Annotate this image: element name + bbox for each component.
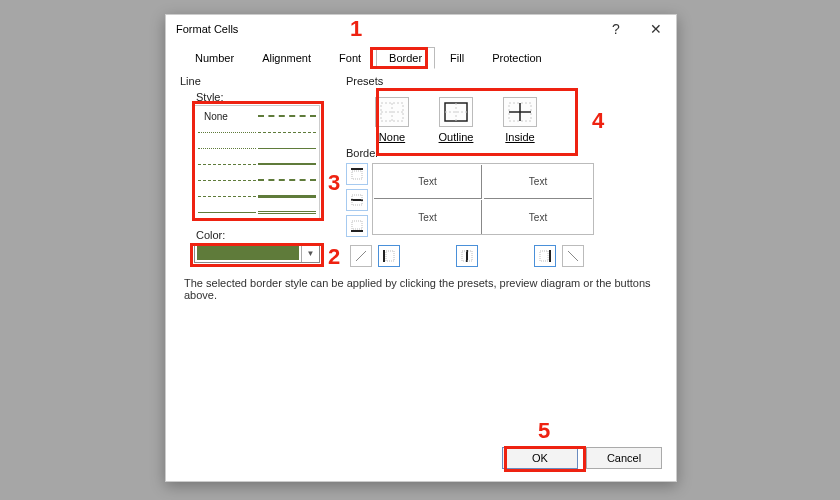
style-option[interactable]: [198, 157, 256, 171]
border-top-button[interactable]: [346, 163, 368, 185]
preview-cell: Text: [374, 200, 482, 234]
preset-outline-icon: [439, 97, 473, 127]
preset-none-label: None: [364, 131, 420, 143]
line-style-picker[interactable]: None: [194, 105, 320, 219]
preset-outline-label: Outline: [428, 131, 484, 143]
border-diag-down-button[interactable]: [562, 245, 584, 267]
tab-border[interactable]: Border: [376, 47, 435, 69]
preset-inside-label: Inside: [492, 131, 548, 143]
border-left-button[interactable]: [378, 245, 400, 267]
style-option[interactable]: [258, 157, 316, 171]
border-right-button[interactable]: [534, 245, 556, 267]
border-bottom-button[interactable]: [346, 215, 368, 237]
style-option[interactable]: [258, 125, 316, 139]
style-option[interactable]: [258, 109, 316, 123]
tab-strip: Number Alignment Font Border Fill Protec…: [166, 47, 676, 69]
format-cells-dialog: Format Cells ? ✕ Number Alignment Font B…: [165, 14, 677, 482]
help-icon[interactable]: ?: [596, 15, 636, 43]
style-option[interactable]: [198, 205, 256, 219]
style-option[interactable]: [258, 205, 316, 219]
style-option[interactable]: [258, 141, 316, 155]
dialog-title: Format Cells: [176, 23, 596, 35]
style-option[interactable]: [198, 125, 256, 139]
style-option[interactable]: [198, 141, 256, 155]
border-hmid-button[interactable]: [346, 189, 368, 211]
titlebar: Format Cells ? ✕: [166, 15, 676, 43]
close-icon[interactable]: ✕: [636, 15, 676, 43]
cancel-button[interactable]: Cancel: [586, 447, 662, 469]
preset-none-icon: [375, 97, 409, 127]
style-option[interactable]: [258, 173, 316, 187]
color-picker[interactable]: ▼: [194, 243, 320, 263]
svg-line-15: [356, 251, 366, 261]
style-label: Style:: [180, 91, 340, 103]
color-swatch: [197, 246, 299, 260]
chevron-down-icon[interactable]: ▼: [301, 244, 319, 262]
preset-outline[interactable]: Outline: [428, 97, 484, 143]
preset-inside-icon: [503, 97, 537, 127]
line-group-label: Line: [180, 75, 340, 87]
svg-rect-14: [352, 221, 362, 229]
svg-rect-10: [352, 171, 362, 179]
help-text: The selected border style can be applied…: [180, 277, 662, 301]
preview-cell: Text: [484, 200, 592, 234]
border-vmid-button[interactable]: [456, 245, 478, 267]
border-group-label: Border: [346, 147, 662, 159]
style-option[interactable]: [198, 189, 256, 203]
tab-font[interactable]: Font: [326, 47, 374, 69]
border-preview[interactable]: Text Text Text Text: [372, 163, 594, 235]
preview-cell: Text: [484, 165, 592, 199]
svg-rect-17: [386, 251, 394, 261]
svg-line-22: [568, 251, 578, 261]
presets-group-label: Presets: [346, 75, 662, 87]
preset-none[interactable]: None: [364, 97, 420, 143]
color-label: Color:: [180, 229, 340, 241]
preset-inside[interactable]: Inside: [492, 97, 548, 143]
svg-rect-21: [540, 251, 548, 261]
tab-alignment[interactable]: Alignment: [249, 47, 324, 69]
border-diag-up-button[interactable]: [350, 245, 372, 267]
tab-number[interactable]: Number: [182, 47, 247, 69]
style-option[interactable]: [198, 173, 256, 187]
style-none[interactable]: None: [198, 111, 256, 122]
tab-fill[interactable]: Fill: [437, 47, 477, 69]
tab-protection[interactable]: Protection: [479, 47, 555, 69]
preview-cell: Text: [374, 165, 482, 199]
style-option[interactable]: [258, 189, 316, 203]
ok-button[interactable]: OK: [502, 447, 578, 469]
